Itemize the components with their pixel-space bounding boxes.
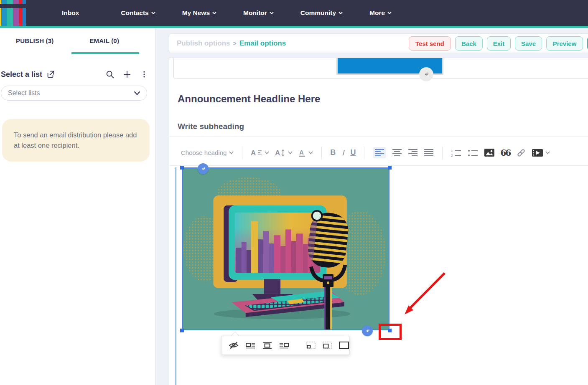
announcement-image[interactable] — [182, 167, 389, 330]
insert-image-button[interactable] — [484, 149, 494, 157]
chevron-down-icon — [151, 12, 155, 14]
nav-item-more[interactable]: More — [369, 9, 392, 17]
more-options-kebab-icon[interactable] — [139, 69, 149, 79]
chevron-down-icon — [387, 12, 392, 14]
options-header-bar: Publish options > Email options Test sen… — [169, 33, 588, 53]
recipients-sidebar: PUBLISH (3) EMAIL (0) Select a list Sele… — [0, 28, 155, 385]
chevron-down-icon — [288, 151, 293, 154]
header-action-buttons: Test send Back Exit Save Preview — [409, 36, 588, 51]
bullet-list-button[interactable] — [468, 149, 479, 157]
annotation-highlight-box — [379, 324, 402, 340]
nav-menu: Inbox Contacts My News Monitor Community… — [62, 0, 392, 26]
return-arrow-icon — [423, 71, 430, 78]
justify-button[interactable] — [424, 149, 434, 157]
insert-line-above-badge[interactable] — [198, 163, 209, 174]
image-align-left-icon[interactable] — [245, 341, 256, 350]
blockquote-button[interactable]: 66 — [500, 148, 510, 158]
image-size-full-icon[interactable] — [339, 341, 349, 350]
font-color-dropdown[interactable]: A — [298, 149, 313, 157]
announcement-headline[interactable]: Announcement Headline Here — [178, 93, 320, 105]
annotation-arrow — [397, 268, 452, 320]
hide-image-icon[interactable] — [228, 341, 239, 350]
email-header-section — [173, 58, 588, 79]
insert-line-below-image-badge[interactable] — [362, 325, 373, 336]
svg-text:1: 1 — [451, 149, 453, 153]
nav-item-monitor[interactable]: Monitor — [243, 9, 274, 17]
breadcrumb-email-options: Email options — [239, 39, 286, 48]
nav-item-community[interactable]: Community — [300, 9, 343, 17]
font-size-icon: A — [275, 149, 285, 157]
list-header-row: Select a list — [1, 68, 149, 81]
list-header-title: Select a list — [1, 70, 55, 79]
tab-publish[interactable]: PUBLISH (3) — [0, 28, 70, 53]
exit-button[interactable]: Exit — [487, 36, 511, 51]
media-embed-icon — [532, 149, 543, 157]
preview-button[interactable]: Preview — [546, 36, 583, 51]
sidebar-tabs: PUBLISH (3) EMAIL (0) — [0, 28, 139, 53]
save-button[interactable]: Save — [515, 36, 542, 51]
resize-handle-top-right[interactable] — [388, 166, 392, 170]
chevron-down-icon — [134, 89, 140, 97]
breadcrumb-publish-options[interactable]: Publish options — [177, 39, 230, 48]
share-icon[interactable] — [46, 70, 55, 79]
subheading-placeholder[interactable]: Write subheading — [178, 122, 244, 131]
announcement-illustration — [183, 168, 389, 329]
image-size-small-icon[interactable] — [306, 341, 316, 350]
email-editor-canvas: Announcement Headline Here Write subhead… — [169, 58, 588, 385]
italic-button[interactable]: I — [341, 148, 344, 157]
ordered-list-button[interactable]: 12 — [451, 149, 462, 157]
top-navigation: Inbox Contacts My News Monitor Community… — [0, 0, 588, 26]
chevron-down-icon — [212, 12, 216, 14]
nav-item-my-news[interactable]: My News — [182, 9, 216, 17]
svg-text:A: A — [275, 149, 280, 157]
insert-link-button[interactable] — [516, 148, 526, 158]
image-size-medium-icon[interactable] — [322, 341, 332, 350]
chevron-down-icon — [270, 12, 274, 14]
list-actions — [105, 69, 149, 79]
svg-text:A: A — [299, 149, 304, 156]
return-arrow-icon — [200, 166, 206, 172]
tab-email[interactable]: EMAIL (0) — [70, 28, 140, 53]
align-left-button[interactable] — [373, 147, 386, 158]
brand-logo[interactable] — [0, 0, 26, 26]
image-align-center-icon[interactable] — [262, 341, 272, 350]
add-list-icon[interactable] — [122, 69, 132, 79]
back-button[interactable]: Back — [455, 36, 483, 51]
chevron-down-icon — [545, 151, 550, 154]
bold-button[interactable]: B — [330, 148, 336, 157]
font-size-dropdown[interactable]: A — [275, 149, 293, 157]
warning-message: To send an email distribution please add… — [14, 130, 138, 151]
app-window: Inbox Contacts My News Monitor Community… — [0, 0, 588, 385]
search-icon[interactable] — [105, 69, 115, 79]
test-send-button[interactable]: Test send — [409, 36, 451, 51]
select-lists-dropdown[interactable]: Select lists — [1, 86, 147, 101]
nav-item-contacts[interactable]: Contacts — [121, 9, 155, 17]
chevron-down-icon — [308, 151, 313, 154]
chevron-down-icon — [339, 12, 343, 14]
breadcrumb-separator: > — [233, 40, 237, 47]
selected-block-outline-left — [176, 167, 176, 385]
align-right-button[interactable] — [408, 149, 418, 157]
svg-text:A: A — [251, 149, 256, 157]
font-family-dropdown[interactable]: A — [251, 149, 269, 157]
active-tab-indicator — [71, 52, 139, 54]
chevron-down-icon — [229, 151, 234, 154]
return-arrow-icon — [364, 328, 371, 334]
insert-media-dropdown[interactable] — [532, 149, 550, 157]
underline-button[interactable]: U — [350, 148, 356, 157]
font-color-icon: A — [298, 149, 306, 157]
recipient-warning-banner: To send an email distribution please add… — [2, 119, 150, 162]
breadcrumb: Publish options > Email options — [177, 39, 286, 48]
align-center-button[interactable] — [392, 149, 402, 157]
image-align-right-icon[interactable] — [279, 341, 289, 350]
nav-item-inbox[interactable]: Inbox — [62, 9, 79, 17]
chevron-down-icon — [265, 151, 269, 154]
resize-handle-top-left[interactable] — [180, 166, 184, 170]
image-options-toolbar — [221, 336, 350, 355]
insert-line-below-badge[interactable] — [419, 67, 433, 81]
svg-text:2: 2 — [451, 154, 453, 157]
formatting-toolbar: Choose heading A A A B I U — [169, 140, 588, 166]
editor-divider — [169, 137, 588, 137]
heading-style-dropdown[interactable]: Choose heading — [181, 149, 234, 156]
resize-handle-bottom-left[interactable] — [180, 329, 184, 332]
